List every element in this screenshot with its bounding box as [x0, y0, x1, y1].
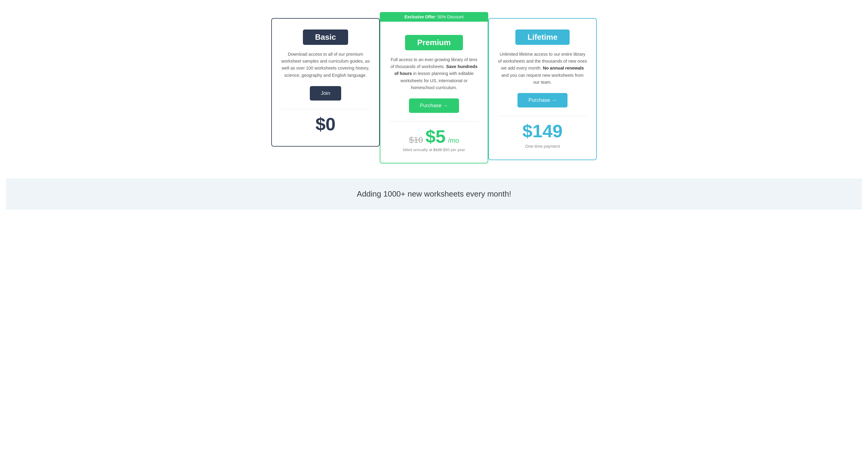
premium-price-note: billed annually at $120 $60 per year	[403, 147, 465, 152]
basic-price-section: $0	[315, 115, 336, 135]
pricing-cards: Basic Download access to all of our prem…	[268, 12, 600, 164]
lifetime-description: Unlimited lifetime access to our entire …	[498, 51, 587, 86]
premium-divider	[390, 121, 478, 122]
lifetime-price-section: $149 One-time payment	[522, 122, 562, 149]
premium-purchase-button[interactable]: Purchase →	[409, 98, 459, 113]
premium-title: Premium	[405, 35, 463, 50]
lifetime-divider	[498, 116, 587, 116]
lifetime-desc-bold: No annual renewals	[543, 66, 584, 70]
lifetime-card: Lifetime Unlimited lifetime access to ou…	[488, 18, 597, 160]
exclusive-text: : 50% Discount	[435, 14, 464, 19]
lifetime-desc-part2: and you can request new worksheets from …	[501, 73, 584, 84]
lifetime-title: Lifetime	[516, 30, 569, 45]
basic-divider	[281, 109, 370, 109]
lifetime-purchase-button[interactable]: Purchase →	[518, 93, 567, 107]
exclusive-bold: Exclusive Offer	[404, 14, 435, 19]
page-wrapper: Basic Download access to all of our prem…	[0, 0, 868, 475]
join-button[interactable]: Join	[310, 86, 341, 101]
premium-price-row: $10 $5 /mo	[409, 128, 459, 146]
premium-note-old: $120	[433, 147, 442, 152]
premium-note-pre: billed annually at	[403, 147, 433, 152]
basic-description: Download access to all of our premium wo…	[281, 51, 370, 79]
premium-price-old: $10	[409, 135, 423, 145]
basic-title: Basic	[303, 30, 348, 45]
exclusive-banner: Exclusive Offer: 50% Discount	[380, 12, 488, 22]
premium-price-per: /mo	[448, 137, 459, 144]
premium-description: Full access to an ever-growing library o…	[390, 56, 478, 91]
basic-price: $0	[315, 115, 336, 133]
lifetime-price-sub: One-time payment	[525, 144, 560, 149]
premium-price-new: $5	[426, 128, 446, 146]
premium-card: Exclusive Offer: 50% Discount Premium Fu…	[380, 12, 488, 164]
premium-price-section: $10 $5 /mo billed annually at $120 $60 p…	[403, 128, 465, 152]
footer-text: Adding 1000+ new worksheets every month!	[12, 189, 856, 199]
premium-note-new: $60 per year	[442, 147, 465, 152]
basic-card: Basic Download access to all of our prem…	[271, 18, 380, 146]
footer-banner: Adding 1000+ new worksheets every month!	[6, 178, 862, 209]
lifetime-price: $149	[522, 122, 562, 140]
